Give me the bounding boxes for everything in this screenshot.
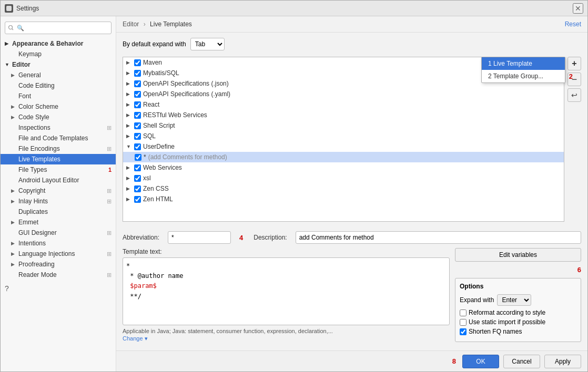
sidebar-item-inspections[interactable]: Inspections ⊞ [1, 122, 116, 133]
add-button[interactable]: + [567, 57, 581, 70]
use-static-checkbox[interactable] [460, 319, 467, 326]
template-group-restful[interactable]: ▶ RESTful Web Services [123, 110, 564, 120]
ok-button[interactable]: OK [462, 355, 499, 368]
reset-button[interactable]: Reset [565, 20, 581, 28]
dropdown-item-live-template[interactable]: 1 Live Template [482, 57, 565, 70]
openapi-yaml-checkbox[interactable] [134, 91, 141, 98]
sidebar-label: Intentions [18, 240, 111, 247]
dropdown-item-template-group[interactable]: 2 Template Group... [482, 70, 565, 82]
sidebar-item-language-injections[interactable]: ▶ Language Injections ⊞ [1, 249, 116, 259]
sidebar-item-gui-designer[interactable]: GUI Designer ⊞ [1, 228, 116, 238]
dropdown-menu: 1 Live Template 2 Template Group... [481, 57, 565, 83]
userdefine-checkbox[interactable] [134, 143, 141, 150]
group-label: Mybatis/SQL [143, 69, 179, 77]
sidebar-item-keymap[interactable]: Keymap [1, 49, 116, 59]
mybatis-checkbox[interactable] [134, 70, 141, 77]
badge: ⊞ [107, 125, 111, 131]
edit-variables-button[interactable]: Edit variables [455, 248, 581, 262]
apply-button[interactable]: Apply [544, 355, 581, 368]
window-title: Settings [16, 5, 573, 12]
description-input[interactable] [296, 231, 581, 244]
expand-with-select[interactable]: Enter Tab Space [497, 294, 531, 306]
sidebar-label: General [18, 71, 111, 79]
abbreviation-input[interactable] [168, 231, 231, 244]
arrow-icon: ▶ [11, 188, 17, 193]
sidebar-label: Code Editing [18, 82, 111, 89]
template-line-1: * [126, 261, 446, 271]
template-line-2: * @author name [126, 271, 446, 281]
main-content: ▶ Appearance & Behavior Keymap ▼ Editor … [1, 16, 587, 371]
sidebar-item-general[interactable]: ▶ General [1, 70, 116, 80]
expand-select[interactable]: Tab Enter Space [190, 38, 225, 50]
app-icon [5, 4, 13, 13]
help-icon[interactable]: ? [5, 284, 9, 293]
sidebar-item-file-code-templates[interactable]: File and Code Templates [1, 133, 116, 143]
template-group-react[interactable]: ▶ React [123, 99, 564, 110]
web-services-checkbox[interactable] [134, 164, 141, 171]
fields-row: Abbreviation: 4 Description: [123, 231, 581, 244]
sidebar-item-proofreading[interactable]: ▶ Proofreading [1, 259, 116, 270]
sidebar-item-intentions[interactable]: ▶ Intentions [1, 238, 116, 249]
sidebar-item-live-templates[interactable]: Live Templates [1, 154, 116, 164]
badge: ⊞ [107, 272, 111, 278]
template-group-zen-html[interactable]: ▶ Zen HTML [123, 194, 564, 204]
add-comments-checkbox[interactable] [135, 154, 141, 161]
change-arrow: ▾ [145, 335, 148, 342]
abbreviation-label: Abbreviation: [123, 234, 159, 241]
template-group-shell[interactable]: ▶ Shell Script [123, 120, 564, 131]
template-abbr: * [144, 153, 146, 161]
xsl-checkbox[interactable] [134, 175, 141, 182]
sidebar-item-file-encodings[interactable]: File Encodings ⊞ [1, 143, 116, 154]
sidebar-item-font[interactable]: Font [1, 91, 116, 101]
sidebar-item-code-style[interactable]: ▶ Code Style [1, 112, 116, 122]
template-item-add-comments[interactable]: * (add Comments for method) [123, 152, 564, 162]
search-box[interactable] [5, 22, 111, 34]
sidebar-item-code-editing[interactable]: Code Editing [1, 80, 116, 91]
sidebar-item-appearance[interactable]: ▶ Appearance & Behavior [1, 38, 116, 49]
sidebar-item-duplicates[interactable]: Duplicates [1, 206, 116, 217]
sidebar-item-inlay-hints[interactable]: ▶ Inlay Hints ⊞ [1, 196, 116, 206]
sql-checkbox[interactable] [134, 133, 141, 140]
maven-checkbox[interactable] [134, 59, 141, 66]
arrow-icon: ▶ [126, 165, 133, 170]
zen-html-checkbox[interactable] [134, 196, 141, 203]
sidebar-label: GUI Designer [18, 229, 106, 236]
template-group-sql[interactable]: ▶ SQL [123, 131, 564, 141]
change-link[interactable]: Change [123, 335, 143, 342]
openapi-json-checkbox[interactable] [134, 80, 141, 87]
sidebar-item-editor[interactable]: ▼ Editor [1, 59, 116, 70]
sidebar-label: Font [18, 92, 111, 100]
template-text-area[interactable]: * * @author name $param$ **/ [123, 257, 450, 325]
restful-checkbox[interactable] [134, 112, 141, 119]
template-group-userdefine[interactable]: ▼ UserDefine [123, 141, 564, 152]
group-label: xsl [143, 174, 151, 182]
shorten-fq-label: Shorten FQ names [469, 328, 522, 335]
shell-checkbox[interactable] [134, 122, 141, 129]
sidebar-item-android-layout[interactable]: Android Layout Editor [1, 175, 116, 185]
applicable-row: Applicable in Java; Java: statement, con… [123, 327, 450, 335]
arrow-icon: ▶ [126, 81, 133, 86]
template-group-zen-css[interactable]: ▶ Zen CSS [123, 183, 564, 194]
sidebar-item-emmet[interactable]: ▶ Emmet [1, 217, 116, 228]
search-input[interactable] [5, 22, 111, 34]
sidebar-label: Language Injections [18, 250, 106, 257]
undo-button[interactable]: ↩ [567, 88, 581, 102]
react-checkbox[interactable] [134, 101, 141, 108]
arrow-icon: ▶ [11, 199, 17, 204]
template-group-openapi-yaml[interactable]: ▶ OpenAPI Specifications (.yaml) [123, 89, 564, 99]
arrow-icon: ▶ [126, 133, 133, 139]
sidebar-item-color-scheme[interactable]: ▶ Color Scheme [1, 101, 116, 112]
zen-css-checkbox[interactable] [134, 185, 141, 192]
close-button[interactable]: ✕ [573, 3, 583, 14]
shorten-fq-checkbox[interactable] [460, 328, 467, 335]
reformat-checkbox[interactable] [460, 309, 467, 316]
template-group-xsl[interactable]: ▶ xsl [123, 173, 564, 183]
arrow-icon: ▶ [126, 186, 133, 191]
template-group-web-services[interactable]: ▶ Web Services [123, 162, 564, 173]
sidebar-item-file-types[interactable]: File Types 1 [1, 164, 116, 175]
sidebar-item-copyright[interactable]: ▶ Copyright ⊞ [1, 185, 116, 196]
sidebar-item-reader-mode[interactable]: Reader Mode ⊞ [1, 270, 116, 280]
template-text-col: Template text: * * @author name $param$ … [123, 248, 450, 342]
cancel-button[interactable]: Cancel [503, 355, 540, 368]
breadcrumb-root: Editor [123, 20, 139, 28]
